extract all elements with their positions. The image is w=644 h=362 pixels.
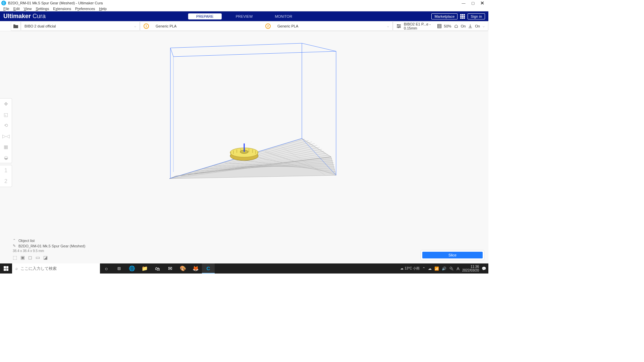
transform-toolbar: ✥ ◱ ⟲ ▷◁ ▦ ◒ [0, 98, 12, 163]
signin-button[interactable]: Sign in [468, 13, 485, 19]
tab-preview[interactable]: PREVIEW [228, 13, 261, 19]
system-tray: ☁ 13°C 小雨 ⌃ ☁ 📶 🔊 🔌 A 11:36 2022/03/20 💬 [400, 265, 488, 272]
sliders-icon [396, 24, 401, 28]
taskbar-app-edge[interactable]: 🌐 [125, 263, 138, 274]
printer-name: BIBO 2 dual official [24, 24, 56, 28]
object-list-title: Object list [18, 239, 35, 243]
tab-prepare[interactable]: PREPARE [188, 13, 222, 19]
taskbar-app-firefox[interactable]: 🦊 [189, 263, 202, 274]
infill-value: 50% [444, 24, 451, 28]
minimize-button[interactable]: — [459, 0, 468, 6]
move-tool[interactable]: ✥ [0, 99, 12, 109]
window-titlebar: C B2DO_RM-01 Mk.5 Spur Gear (Meshed) - U… [0, 0, 488, 6]
taskbar-app-cura[interactable]: C [202, 263, 215, 274]
start-button[interactable] [0, 263, 12, 274]
extruder-2-material: Generic PLA [277, 24, 298, 28]
apps-grid-icon[interactable] [460, 14, 465, 19]
iso-view-icon[interactable]: ◪ [43, 255, 48, 260]
brand-logo: Ultimaker Cura [0, 13, 46, 20]
viewport-3d[interactable] [0, 31, 488, 263]
extruder-toolbar: 1 2 [0, 165, 12, 187]
chevron-down-icon: ⌵ [387, 24, 389, 28]
svg-point-1 [399, 25, 400, 26]
brand-bar: Ultimaker Cura PREPARE PREVIEW MONITOR M… [0, 11, 488, 21]
clock-time: 11:36 [462, 265, 479, 268]
onedrive-icon[interactable]: ☁ [428, 266, 432, 271]
windows-logo-icon [4, 266, 8, 271]
printer-selector[interactable]: BIBO 2 dual official ⌵ [21, 21, 140, 31]
adhesion-value: On [475, 24, 480, 28]
support-blocker-tool[interactable]: ◒ [0, 152, 12, 163]
notifications-icon[interactable]: 💬 [482, 266, 486, 271]
support-value: On [461, 24, 466, 28]
clock-date: 2022/03/20 [462, 268, 479, 272]
search-placeholder: ここに入力して検索 [20, 266, 57, 272]
close-button[interactable]: ✕ [478, 0, 487, 6]
menu-extensions[interactable]: Extensions [51, 7, 73, 11]
slice-panel: Slice [421, 250, 484, 260]
box-icon[interactable]: ▣ [20, 255, 25, 260]
scale-tool[interactable]: ◱ [0, 109, 12, 120]
chevron-up-icon[interactable]: ⌃ [13, 238, 16, 243]
weather-widget[interactable]: ☁ 13°C 小雨 [400, 266, 420, 271]
cortana-button[interactable]: ⊟ [113, 263, 125, 274]
assign-extruder-1[interactable]: 1 [0, 165, 12, 176]
extruder-1-badge: 1 [144, 23, 149, 29]
model-gear[interactable] [230, 143, 258, 161]
taskbar-search[interactable]: ⌕ ここに入力して検索 [12, 263, 100, 274]
open-file-button[interactable] [11, 21, 21, 31]
build-volume-render [0, 31, 488, 263]
support-icon [454, 24, 458, 28]
volume-icon[interactable]: 🔊 [442, 266, 446, 271]
svg-point-2 [398, 27, 399, 28]
brand-product: Cura [33, 13, 46, 19]
material-selector[interactable]: 1 Generic PLA 2 Generic PLA ⌵ [140, 21, 393, 31]
wifi-icon[interactable]: 📶 [434, 266, 439, 271]
menu-file[interactable]: File [1, 7, 11, 11]
print-settings-selector[interactable]: BIBO2 E1 P...e - 0.15mm 50% On On ⌵ [393, 21, 488, 31]
task-view-button[interactable]: ○ [100, 263, 113, 274]
menu-help[interactable]: Help [97, 7, 109, 11]
tray-overflow-icon[interactable]: ⌃ [422, 266, 425, 271]
pencil-icon[interactable]: ✎ [13, 244, 16, 248]
infill-icon [437, 24, 441, 28]
tab-monitor[interactable]: MONITOR [267, 13, 300, 19]
menu-view[interactable]: View [22, 7, 34, 11]
mirror-tool[interactable]: ▷◁ [0, 131, 12, 141]
slice-button[interactable]: Slice [422, 252, 483, 258]
clock[interactable]: 11:36 2022/03/20 [462, 265, 479, 272]
object-dimensions: 38.4 x 38.4 x 9.5 mm [13, 249, 44, 253]
taskbar-app-explorer[interactable]: 📁 [138, 263, 151, 274]
extruder-2-badge: 2 [265, 23, 271, 29]
search-icon: ⌕ [15, 266, 18, 271]
object-list-panel: ⌃ Object list ✎ B2DO_RM-01 Mk.5 Spur Gea… [13, 238, 85, 260]
maximize-button[interactable]: ▢ [468, 0, 478, 6]
top-view-icon[interactable]: ▭ [36, 255, 40, 260]
taskbar-app-mail[interactable]: ✉ [164, 263, 176, 274]
front-view-icon[interactable]: ◻ [28, 255, 32, 260]
window-title: B2DO_RM-01 Mk.5 Spur Gear (Meshed) - Ult… [8, 1, 103, 5]
taskbar-app-paint[interactable]: 🎨 [176, 263, 189, 274]
menu-bar: File Edit View Settings Extensions Prefe… [0, 6, 488, 11]
chevron-down-icon: ⌵ [483, 24, 485, 28]
menu-preferences[interactable]: Preferences [73, 7, 97, 11]
menu-edit[interactable]: Edit [11, 7, 22, 11]
taskbar-app-store[interactable]: 🛍 [151, 263, 164, 274]
marketplace-button[interactable]: Marketplace [431, 13, 458, 19]
menu-settings[interactable]: Settings [34, 7, 51, 11]
power-icon[interactable]: 🔌 [449, 266, 454, 271]
svg-rect-3 [437, 24, 441, 28]
extruder-1-material: Generic PLA [156, 24, 176, 28]
rotate-tool[interactable]: ⟲ [0, 120, 12, 131]
cube-icon[interactable]: ⬚ [13, 255, 17, 260]
app-icon: C [1, 1, 6, 5]
windows-taskbar: ⌕ ここに入力して検索 ○ ⊟ 🌐 📁 🛍 ✉ 🎨 🦊 C ☁ 13°C 小雨 … [0, 263, 488, 274]
brand-name: Ultimaker [3, 13, 31, 19]
object-name[interactable]: B2DO_RM-01 Mk.5 Spur Gear (Meshed) [18, 244, 85, 248]
ime-indicator[interactable]: A [457, 266, 460, 271]
adhesion-icon [468, 24, 472, 28]
assign-extruder-2[interactable]: 2 [0, 176, 12, 187]
mesh-tool[interactable]: ▦ [0, 141, 12, 152]
config-bar: BIBO 2 dual official ⌵ 1 Generic PLA 2 G… [0, 21, 488, 31]
folder-icon [13, 24, 18, 28]
